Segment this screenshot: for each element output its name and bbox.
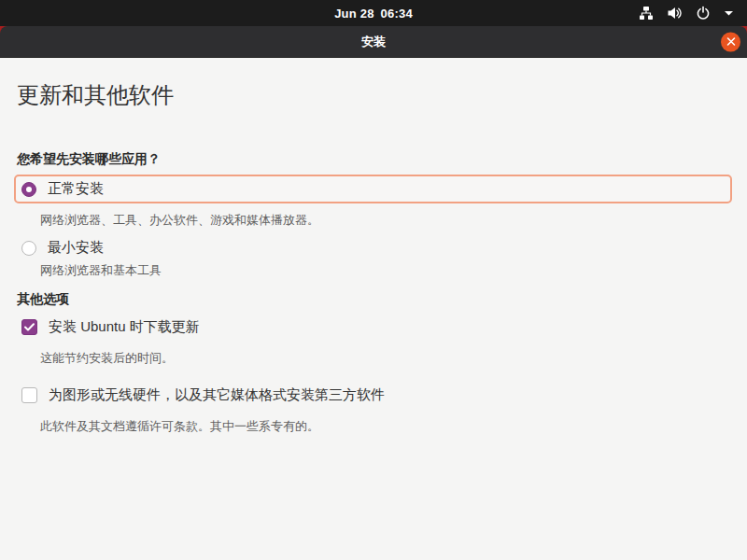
radio-label-minimal-install: 最小安装 [48, 239, 104, 257]
chevron-down-icon[interactable] [724, 9, 734, 17]
system-tray[interactable] [631, 0, 741, 26]
checkbox-desc-download-updates: 这能节约安装后的时间。 [40, 350, 747, 367]
close-button[interactable] [721, 32, 740, 51]
power-icon[interactable] [696, 6, 711, 21]
checkbox-row-third-party[interactable]: 为图形或无线硬件，以及其它媒体格式安装第三方软件 [14, 381, 732, 410]
volume-icon[interactable] [667, 6, 683, 21]
checkbox-label-download-updates: 安装 Ubuntu 时下载更新 [49, 318, 200, 336]
window-title: 安装 [361, 34, 386, 50]
close-icon [726, 37, 736, 47]
page-title: 更新和其他软件 [17, 80, 747, 110]
radio-checked-icon[interactable] [21, 182, 36, 197]
checkbox-unchecked-icon[interactable] [21, 387, 37, 403]
window-titlebar: 安装 [0, 26, 747, 58]
system-top-bar: Jun 28 06:34 [0, 0, 747, 26]
radio-desc-normal-install: 网络浏览器、工具、办公软件、游戏和媒体播放器。 [40, 212, 747, 229]
primary-question-label: 您希望先安装哪些应用？ [17, 149, 747, 168]
checkbox-row-download-updates[interactable]: 安装 Ubuntu 时下载更新 [14, 313, 732, 342]
radio-row-normal-install[interactable]: 正常安装 [14, 175, 732, 203]
clock-time: 06:34 [381, 7, 413, 21]
clock-date: Jun 28 [334, 7, 374, 21]
radio-unchecked-icon[interactable] [21, 241, 36, 256]
check-icon [24, 323, 35, 331]
clock[interactable]: Jun 28 06:34 [334, 7, 413, 21]
checkbox-desc-third-party: 此软件及其文档遵循许可条款。其中一些系专有的。 [40, 418, 747, 435]
checkbox-checked-icon[interactable] [21, 319, 37, 335]
network-icon[interactable] [639, 6, 654, 21]
radio-label-normal-install: 正常安装 [48, 180, 104, 198]
other-options-heading: 其他选项 [17, 289, 747, 308]
radio-desc-minimal-install: 网络浏览器和基本工具 [40, 262, 747, 279]
window-header-row: 安装 [0, 26, 747, 58]
checkbox-label-third-party: 为图形或无线硬件，以及其它媒体格式安装第三方软件 [49, 386, 385, 404]
radio-row-minimal-install[interactable]: 最小安装 [14, 233, 732, 262]
installer-content: 更新和其他软件 您希望先安装哪些应用？ 正常安装 网络浏览器、工具、办公软件、游… [0, 58, 747, 435]
